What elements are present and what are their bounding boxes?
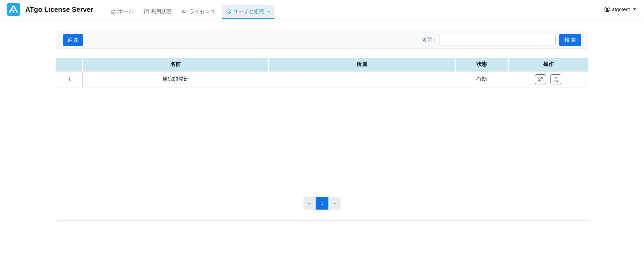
header-status: 状態 xyxy=(455,58,508,71)
search-button[interactable]: 検 索 xyxy=(559,34,581,46)
results-panel: « 1 » xyxy=(56,135,588,221)
nav-item-label: ユーザと組織 xyxy=(233,8,264,15)
main-content: 追 加 名前： 検 索 名前 所属 状態 操作 1 研究開発部 有効 xyxy=(56,31,588,221)
journal-icon xyxy=(144,9,149,14)
user-menu[interactable]: atgotest xyxy=(605,0,636,19)
navbar: ATgo License Server ホーム 利用状況 ライセンス ユーザと組… xyxy=(0,0,644,19)
gear-icon xyxy=(226,9,231,14)
key-icon xyxy=(182,9,187,14)
cell-index: 1 xyxy=(56,71,83,87)
chevron-down-icon xyxy=(267,11,270,12)
nav-item-label: ホーム xyxy=(118,8,133,15)
header-index xyxy=(56,58,83,71)
nav-item-label: ライセンス xyxy=(189,8,215,15)
organizations-table: 名前 所属 状態 操作 1 研究開発部 有効 xyxy=(56,58,588,87)
person-gear-icon xyxy=(553,77,559,82)
header-affiliation: 所属 xyxy=(269,58,455,71)
cell-name: 研究開発部 xyxy=(82,71,269,87)
members-button[interactable] xyxy=(535,74,546,84)
header-operations: 操作 xyxy=(508,58,588,71)
cell-affiliation xyxy=(269,71,455,87)
pagination-page-1[interactable]: 1 xyxy=(316,197,328,210)
nav-item-license[interactable]: ライセンス xyxy=(178,5,220,19)
add-button[interactable]: 追 加 xyxy=(63,34,83,46)
app-title: ATgo License Server xyxy=(25,6,93,14)
person-circle-icon xyxy=(605,7,610,12)
pagination-prev-button[interactable]: « xyxy=(303,197,315,210)
nav-item-label: 利用状況 xyxy=(151,8,171,15)
username: atgotest xyxy=(612,6,630,12)
cell-operations xyxy=(508,71,588,87)
table-row: 1 研究開発部 有効 xyxy=(56,71,588,87)
nav-item-users-orgs[interactable]: ユーザと組織 xyxy=(222,5,274,19)
atgo-logo-icon xyxy=(7,3,20,16)
user-settings-button[interactable] xyxy=(550,74,561,84)
main-nav: ホーム 利用状況 ライセンス ユーザと組織 xyxy=(105,0,275,19)
house-icon xyxy=(111,9,116,14)
name-filter-input[interactable] xyxy=(439,34,556,46)
pagination-next-button[interactable]: » xyxy=(329,197,341,210)
table-header-row: 名前 所属 状態 操作 xyxy=(56,58,588,71)
chevron-down-icon xyxy=(633,8,636,10)
header-name: 名前 xyxy=(82,58,269,71)
nav-item-usage[interactable]: 利用状況 xyxy=(140,5,176,19)
brand: ATgo License Server xyxy=(7,0,93,19)
name-filter-label: 名前： xyxy=(422,37,437,43)
cell-status: 有効 xyxy=(455,71,508,87)
people-icon xyxy=(538,77,543,82)
toolbar: 追 加 名前： 検 索 xyxy=(56,31,588,49)
nav-item-home[interactable]: ホーム xyxy=(106,5,138,19)
pagination: « 1 » xyxy=(303,197,341,210)
search-group: 名前： 検 索 xyxy=(422,34,581,46)
